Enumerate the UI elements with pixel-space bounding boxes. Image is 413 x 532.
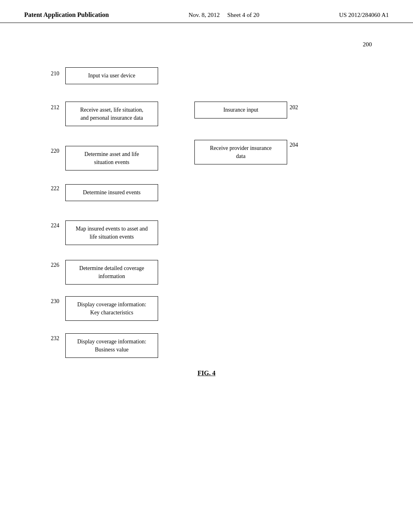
box-receive-provider-data: Receive provider insurancedata — [194, 140, 287, 164]
ref-label-212: 212 — [51, 104, 59, 111]
box-determine-asset-events: Determine asset and lifesituation events — [65, 146, 158, 170]
ref-label-204: 204 — [290, 142, 298, 148]
box-receive-asset-data: Receive asset, life situation,and person… — [65, 102, 158, 126]
page-header: Patent Application Publication Nov. 8, 2… — [0, 0, 413, 23]
ref-label-232: 232 — [51, 335, 59, 342]
ref-label-222: 222 — [51, 185, 59, 192]
box-determine-coverage: Determine detailed coverageinformation — [65, 260, 158, 285]
publication-date-sheet: Nov. 8, 2012 Sheet 4 of 20 — [188, 12, 259, 19]
box-map-insured-events: Map insured events to asset andlife situ… — [65, 220, 158, 245]
ref-label-220: 220 — [51, 148, 59, 154]
box-input-via-user-device: Input via user device — [65, 67, 158, 84]
box-insurance-input: Insurance input — [194, 102, 287, 118]
publication-date: Nov. 8, 2012 — [188, 12, 219, 18]
box-display-key-characteristics: Display coverage information:Key charact… — [65, 296, 158, 321]
main-content: 200 Input via user device 210 Receive as… — [0, 23, 413, 55]
ref-label-224: 224 — [51, 222, 59, 229]
ref-label-230: 230 — [51, 298, 59, 305]
sheet-info: Sheet 4 of 20 — [227, 12, 259, 18]
figure-caption: FIG. 4 — [33, 370, 380, 377]
box-display-business-value: Display coverage information:Business va… — [65, 333, 158, 358]
box-determine-insured-events: Determine insured events — [65, 184, 158, 201]
ref-label-202: 202 — [290, 104, 298, 111]
ref-label-226: 226 — [51, 262, 59, 268]
ref-label-210: 210 — [51, 71, 59, 77]
publication-number: US 2012/284060 A1 — [339, 12, 389, 19]
ref-200-label: 200 — [363, 41, 372, 48]
publication-title: Patent Application Publication — [24, 11, 109, 19]
